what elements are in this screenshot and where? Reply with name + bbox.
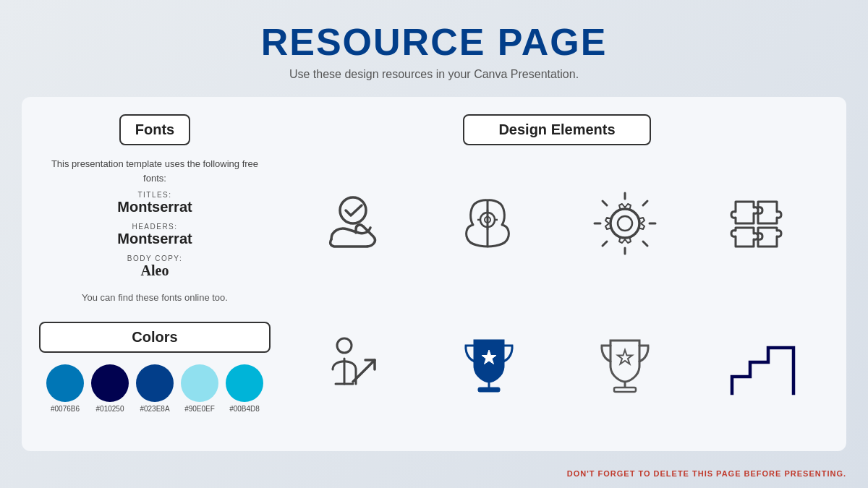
color-hex-4: #90E0EF	[184, 405, 215, 413]
font-titles-name: Montserrat	[117, 199, 192, 215]
icon-cell-trophy-dark	[421, 295, 557, 437]
color-swatch-4: #90E0EF	[181, 364, 218, 413]
fonts-description: This presentation template uses the foll…	[39, 157, 271, 185]
person-growth-icon	[317, 330, 389, 402]
color-circle-3	[136, 364, 174, 402]
color-swatch-2: #010250	[91, 364, 129, 413]
icon-cell-bulb-gear	[557, 153, 693, 295]
font-headers-label: HEADERS:	[117, 223, 192, 231]
font-headers: HEADERS: Montserrat	[117, 223, 192, 247]
fonts-section: Fonts This presentation template uses th…	[39, 114, 271, 314]
main-card: Fonts This presentation template uses th…	[22, 97, 846, 451]
font-body: BODY COPY: Aleo	[127, 254, 183, 279]
color-swatch-5: #00B4D8	[226, 364, 263, 413]
icon-cell-puzzle	[693, 153, 829, 295]
colors-section: Colors #0076B6 #010250 #023E8A #90E0EF	[39, 322, 271, 413]
footer-note: DON'T FORGET TO DELETE THIS PAGE BEFORE …	[567, 469, 846, 478]
fonts-note: You can find these fonts online too.	[82, 292, 228, 303]
svg-line-14	[603, 241, 607, 246]
svg-line-11	[603, 201, 607, 205]
page-subtitle: Use these design resources in your Canva…	[0, 68, 868, 81]
svg-point-17	[337, 338, 352, 353]
color-circle-5	[226, 364, 263, 402]
page-header: RESOURCE PAGE Use these design resources…	[0, 0, 868, 88]
font-headers-name: Montserrat	[117, 231, 192, 247]
color-hex-2: #010250	[96, 405, 124, 413]
icon-cell-brain	[421, 153, 557, 295]
color-hex-5: #00B4D8	[229, 405, 260, 413]
font-titles: TITLES: Montserrat	[117, 191, 192, 215]
color-swatch-1: #0076B6	[46, 364, 84, 413]
right-panel: Design Elements	[285, 114, 829, 437]
design-elements-header: Design Elements	[285, 114, 829, 145]
icon-cell-person-growth	[285, 295, 421, 437]
svg-line-13	[643, 201, 647, 205]
hand-check-icon	[317, 187, 389, 260]
color-circle-1	[46, 364, 84, 402]
left-panel: Fonts This presentation template uses th…	[39, 114, 271, 437]
svg-line-12	[643, 241, 647, 246]
trophy-dark-icon	[453, 330, 525, 402]
svg-rect-24	[614, 388, 636, 392]
svg-rect-21	[478, 388, 500, 392]
puzzle-icon	[725, 187, 797, 260]
design-elements-label: Design Elements	[463, 114, 651, 145]
color-hex-1: #0076B6	[51, 405, 80, 413]
colors-label: Colors	[39, 322, 271, 353]
bulb-gear-icon	[589, 187, 661, 260]
fonts-label: Fonts	[119, 114, 190, 145]
color-swatch-3: #023E8A	[136, 364, 174, 413]
font-body-label: BODY COPY:	[127, 254, 183, 262]
svg-point-16	[618, 216, 632, 231]
icons-grid	[285, 153, 829, 437]
font-titles-label: TITLES:	[117, 191, 192, 199]
trophy-outline-icon	[589, 330, 661, 402]
icon-cell-hand-check	[285, 153, 421, 295]
icon-cell-trophy-outline	[557, 295, 693, 437]
font-body-name: Aleo	[127, 262, 183, 279]
svg-point-15	[610, 209, 639, 238]
color-hex-3: #023E8A	[140, 405, 169, 413]
svg-point-0	[340, 197, 366, 223]
color-circle-4	[181, 364, 218, 402]
icon-cell-stairs	[693, 295, 829, 437]
colors-swatches: #0076B6 #010250 #023E8A #90E0EF #00B4D8	[39, 364, 271, 413]
brain-icon	[453, 187, 525, 260]
stairs-icon	[725, 330, 797, 402]
color-circle-2	[91, 364, 129, 402]
svg-marker-25	[618, 350, 632, 364]
page-title: RESOURCE PAGE	[0, 20, 868, 64]
